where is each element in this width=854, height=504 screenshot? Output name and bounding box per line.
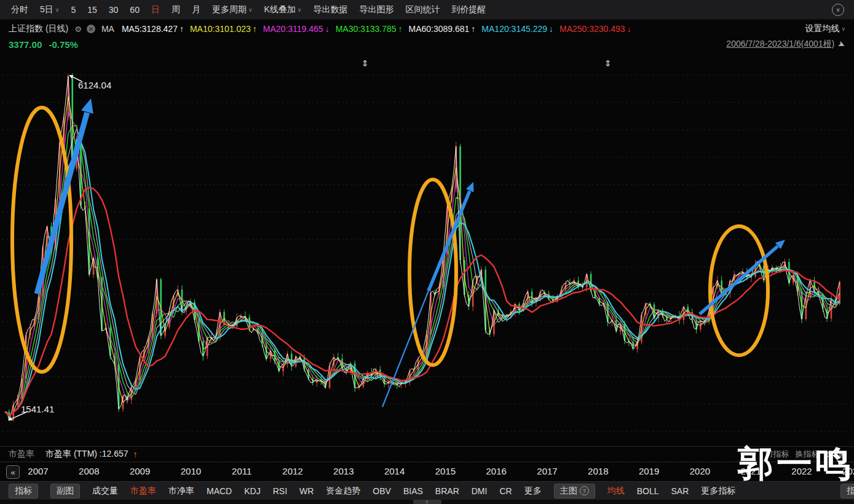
year-label: 2020 <box>690 466 710 476</box>
set-ma-button[interactable]: 设置均线∨ <box>805 23 845 34</box>
pe-ttm-value: 市盈率 (TTM) :12.657 <box>45 449 128 460</box>
indicator-更多[interactable]: 更多 <box>524 486 542 497</box>
direction-arrow-icon: ↓ <box>549 24 553 34</box>
ma-value: MA120:3145.229↓ <box>481 24 553 34</box>
indicator-BIAS[interactable]: BIAS <box>403 486 423 496</box>
pe-pane-title[interactable]: 市盈率 <box>9 449 34 460</box>
indicator-市净率[interactable]: 市净率 <box>168 486 194 497</box>
direction-arrow-icon: ↑ <box>471 24 475 34</box>
pane-resize-handle[interactable]: ⇕ <box>413 500 441 504</box>
indicator-KDJ[interactable]: KDJ <box>244 486 260 496</box>
indicator-header-row: 上证指数 (日线) ⚙ ✕ MA MA5:3128.427↑MA10:3101.… <box>0 22 854 36</box>
pe-direction-arrow: ↑ <box>133 449 138 459</box>
symbol-title: 上证指数 (日线) <box>9 23 68 34</box>
ma-value: MA20:3119.465↓ <box>263 24 330 34</box>
direction-arrow-icon: ↑ <box>253 24 257 34</box>
ma-value: MA30:3133.785↑ <box>336 24 403 34</box>
period-周[interactable]: 周 <box>172 4 180 15</box>
indicator-副图[interactable]: 副图 <box>50 484 80 498</box>
ma-values: MA5:3128.427↑MA10:3101.023↑MA20:3119.465… <box>122 24 631 34</box>
period-60[interactable]: 60 <box>130 5 140 15</box>
indicator-更多指标[interactable]: 更多指标 <box>701 486 735 497</box>
pe-indicator-pane: 市盈率 市盈率 (TTM) :12.657 ↑ 切指标换指标 ⚙ ⊗ <box>0 446 854 462</box>
chevron-down-icon: ∨ <box>248 7 253 13</box>
chevron-down-icon: ∨ <box>298 7 302 13</box>
pin-icon[interactable]: ➤ <box>836 38 847 50</box>
indicator-BOLL[interactable]: BOLL <box>637 486 659 496</box>
indicator-MACD[interactable]: MACD <box>207 486 232 496</box>
bottom-strip: ⇕ <box>0 500 854 504</box>
period-K线叠加[interactable]: K线叠加∨ <box>264 4 302 15</box>
svg-text:1541.41: 1541.41 <box>21 404 54 414</box>
year-label: 2016 <box>486 466 507 476</box>
indicator-SAR[interactable]: SAR <box>671 486 689 496</box>
year-label: 2017 <box>537 466 557 476</box>
year-label: 2014 <box>384 466 405 476</box>
collapse-toolbar-icon[interactable]: ∨ <box>832 4 844 16</box>
change-percent: -0.75% <box>49 39 78 50</box>
indicator-CR[interactable]: CR <box>499 486 512 496</box>
indicator-DMI[interactable]: DMI <box>472 486 488 496</box>
pane-resize-handle[interactable]: ⇕ <box>362 59 369 68</box>
period-30[interactable]: 30 <box>109 5 119 15</box>
year-label: 2012 <box>282 466 302 476</box>
gear-icon[interactable]: ⚙ <box>74 25 82 34</box>
period-5[interactable]: 5 <box>71 5 76 15</box>
year-label: 2008 <box>79 466 99 476</box>
indicator-OBV[interactable]: OBV <box>373 486 391 496</box>
last-price-and-change: 3377.00 -0.75% <box>9 39 78 50</box>
indicator-资金趋势[interactable]: 资金趋势 <box>326 486 360 497</box>
quote-row: 3377.00 -0.75% 2006/7/28-2023/1/6(4001根)… <box>0 37 854 51</box>
indicator-RSI[interactable]: RSI <box>273 486 287 496</box>
period-月[interactable]: 月 <box>192 4 200 15</box>
indicator-BRAR[interactable]: BRAR <box>435 486 459 496</box>
collapse-left-icon[interactable]: « <box>6 465 20 479</box>
direction-arrow-icon: ↓ <box>325 24 330 34</box>
indicator-市盈率[interactable]: 市盈率 <box>130 486 156 497</box>
period-toolbar: 分时5日∨5153060日周月更多周期∨K线叠加∨导出数据导出图形区间统计到价提… <box>0 0 854 20</box>
indicator-主图[interactable]: 主图? <box>554 484 595 498</box>
period-分时[interactable]: 分时 <box>11 4 28 15</box>
ma-value: MA5:3128.427↑ <box>122 24 184 34</box>
pe-pane-tools: 切指标换指标 ⚙ ⊗ <box>765 449 845 460</box>
close-icon[interactable]: ✕ <box>87 25 95 33</box>
period-5日[interactable]: 5日∨ <box>40 4 59 15</box>
highlight-ellipse <box>409 179 456 365</box>
gear-icon[interactable]: ⚙ <box>825 450 832 459</box>
period-15[interactable]: 15 <box>87 5 97 15</box>
indicator-均线[interactable]: 均线 <box>607 486 625 497</box>
indicator-WR[interactable]: WR <box>299 486 314 496</box>
indicator-cut-button[interactable]: 指 <box>840 484 854 498</box>
indicator-指标[interactable]: 指标 <box>9 484 38 498</box>
year-label: 2022 <box>791 466 812 476</box>
ma-value: MA60:3089.681↑ <box>409 24 476 34</box>
ma-value: MA250:3230.493↓ <box>559 24 631 34</box>
year-label: 2019 <box>639 466 659 476</box>
period-区间统计[interactable]: 区间统计 <box>405 4 440 15</box>
close-icon[interactable]: ⊗ <box>839 450 845 459</box>
svg-text:6124.04: 6124.04 <box>78 80 111 90</box>
time-axis: « 20072008200920102011201220132014201520… <box>0 462 854 481</box>
year-label: 2018 <box>588 466 608 476</box>
indicator-成交量[interactable]: 成交量 <box>92 486 118 497</box>
pe-tool-换指标[interactable]: 换指标 <box>795 449 819 460</box>
last-price: 3377.00 <box>9 39 42 50</box>
year-label: 2011 <box>232 466 251 476</box>
ma-group-label: MA <box>101 24 114 34</box>
ma-value: MA10:3101.023↑ <box>190 24 257 34</box>
stock-chart-app: 分时5日∨5153060日周月更多周期∨K线叠加∨导出数据导出图形区间统计到价提… <box>0 0 854 504</box>
direction-arrow-icon: ↑ <box>398 24 403 34</box>
year-label: 2010 <box>181 466 201 476</box>
direction-arrow-icon: ↓ <box>627 24 631 34</box>
direction-arrow-icon: ↑ <box>180 24 184 34</box>
date-range-link[interactable]: 2006/7/28-2023/1/6(4001根) <box>726 39 834 50</box>
period-日[interactable]: 日 <box>151 4 160 15</box>
period-导出图形[interactable]: 导出图形 <box>359 4 393 15</box>
year-label: 2015 <box>435 466 456 476</box>
pane-resize-handle[interactable]: ⇕ <box>604 59 612 68</box>
period-导出数据[interactable]: 导出数据 <box>313 4 347 15</box>
pe-tool-切指标[interactable]: 切指标 <box>765 449 789 460</box>
main-candlestick-chart[interactable]: 6124.041541.41 <box>0 0 854 467</box>
period-到价提醒[interactable]: 到价提醒 <box>451 4 486 15</box>
period-更多周期[interactable]: 更多周期∨ <box>212 4 253 15</box>
